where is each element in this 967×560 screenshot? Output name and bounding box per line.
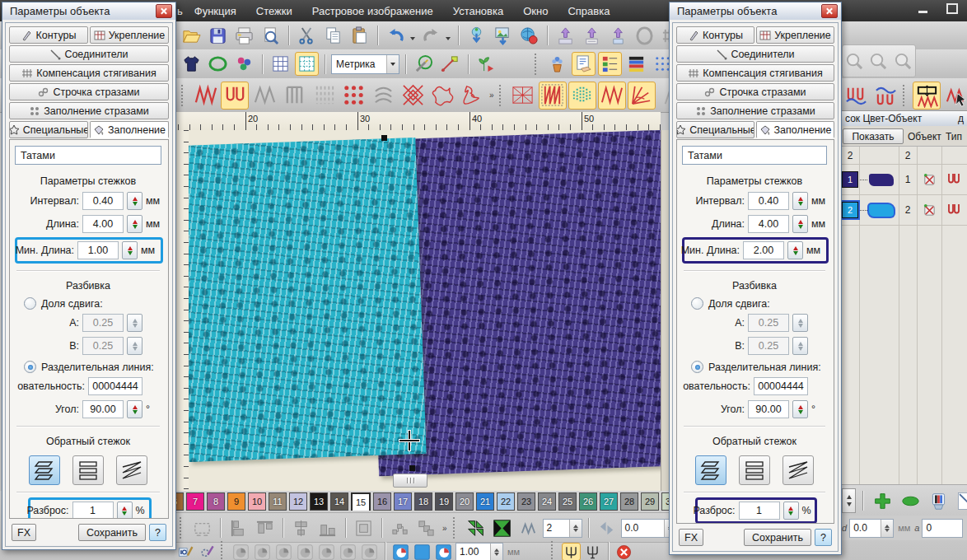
scatter-input[interactable]: 1 [72,502,114,519]
dotgrid-red-icon[interactable] [339,82,367,110]
orn1-red-icon[interactable] [428,82,456,110]
cursor-zig-icon[interactable] [942,82,967,110]
pie-gray-icon[interactable] [231,543,250,560]
thread-preview-2[interactable] [869,204,894,217]
tab-compensation[interactable]: Компенсация стягивания [676,64,834,82]
palette-swatch-20[interactable]: 20 [455,492,474,511]
dotted-rect-icon[interactable] [190,516,214,540]
palette-swatch-24[interactable]: 24 [538,492,556,511]
pie-gray-icon[interactable] [274,543,293,560]
pattern-dropdown[interactable]: Татами [15,146,161,165]
spinner[interactable] [490,544,502,560]
interval-input[interactable]: 0.40 [748,192,789,210]
fx-button[interactable]: FX [12,524,36,541]
spinner[interactable] [122,241,138,259]
hoop-green-icon[interactable] [206,52,230,76]
canvas-scrollbar-thumb[interactable] [393,474,427,488]
export-3-icon[interactable] [606,24,630,48]
copy-icon[interactable] [321,24,345,48]
al-steps-icon[interactable] [414,516,438,540]
tab-reinforce[interactable]: Укрепление [756,26,834,44]
zig-sm-icon[interactable] [516,516,540,540]
toolbar-overflow-icon[interactable]: » [489,91,494,100]
palette-swatch-12[interactable]: 12 [289,492,307,511]
palette-swatch-25[interactable]: 25 [558,492,577,511]
save-button[interactable]: Сохранить [78,524,146,541]
al-nodes-icon[interactable] [388,516,412,540]
save-button[interactable]: Сохранить [744,529,811,546]
backstitch-offset-button[interactable] [29,455,60,485]
dialog-titlebar[interactable]: Параметры объекта [670,2,841,20]
length-input[interactable]: 4.00 [748,215,789,233]
distance-input[interactable]: 0.0 [849,519,894,538]
color-swatch-1[interactable]: 1 [842,171,858,188]
al-bottom-icon[interactable] [315,516,339,540]
palette-swatch-23[interactable]: 23 [517,492,535,511]
interval-input[interactable]: 0.40 [82,192,124,210]
palette-swatch-26[interactable]: 26 [579,492,597,511]
gridx-red-icon[interactable] [509,82,537,110]
shirt-icon[interactable] [180,52,203,76]
paste-icon[interactable] [348,24,371,48]
tab-rhinestone-run[interactable]: Строчка стразами [676,83,834,100]
palette-swatch-28[interactable]: 28 [620,492,638,511]
selection-handle[interactable] [381,135,387,141]
chevron-down-icon[interactable] [386,55,399,73]
rays-red-icon[interactable] [628,82,656,110]
scatter-input[interactable]: 1 [739,502,780,520]
tab-connectors[interactable]: Соединители [9,45,169,63]
toolbar-grip[interactable] [180,517,185,539]
undo-icon[interactable] [384,24,408,48]
spinner[interactable] [881,520,893,537]
close-icon[interactable] [821,4,838,18]
sequence-input[interactable]: 00004444 [88,377,142,395]
green-k-icon[interactable] [490,516,514,540]
al-center-icon[interactable] [289,516,313,540]
thread-preview-1[interactable] [869,174,894,186]
uloop-red-icon[interactable] [221,82,249,110]
backstitch-straight-button[interactable] [72,455,104,485]
minus-green-icon[interactable] [898,488,923,513]
color-list-icon[interactable] [598,52,622,76]
palette-swatch-29[interactable]: 29 [641,492,659,511]
tab-rhinestone-fill[interactable]: Заполнение стразами [676,102,834,119]
menu-item-3[interactable]: Установка [453,5,503,17]
orn2-red-icon[interactable] [458,82,486,110]
gear-pencil-icon[interactable] [198,543,217,560]
color-object-row-2[interactable]: 2 2 [841,195,967,226]
spinner[interactable] [792,192,808,210]
import-machine-icon[interactable] [465,24,488,48]
vbars-gray-icon[interactable] [280,82,308,110]
vzig-red-icon[interactable] [539,82,567,110]
tab-compensation[interactable]: Компенсация стягивания [9,64,169,82]
show-button[interactable]: Показать [843,128,904,144]
angle-input[interactable]: 0 [922,519,963,538]
zoom-fit-icon[interactable] [891,49,915,73]
wzig2-red-icon[interactable] [598,82,626,110]
beads-icon[interactable] [232,52,256,76]
tab-contours[interactable]: Контуры [9,26,88,44]
print-icon[interactable] [232,24,256,48]
tri-pair-icon[interactable] [595,516,619,540]
fx-button[interactable]: FX [679,529,703,546]
help-button[interactable]: ? [815,529,832,546]
blue-plain-icon[interactable] [413,543,432,560]
save-icon[interactable] [206,24,230,48]
tab-reinforce[interactable]: Укрепление [90,26,169,44]
al-left-icon[interactable] [227,516,250,540]
spinner[interactable] [792,215,808,233]
divider-line-radio[interactable] [24,361,36,373]
fork-icon[interactable] [583,543,602,560]
open-folder-icon[interactable] [180,24,203,48]
al-top-icon[interactable] [253,516,277,540]
toolbar-grip[interactable] [181,85,186,106]
pie-gray-icon[interactable] [253,543,272,560]
palette-swatch-7[interactable]: 7 [186,492,204,511]
palette-swatch-22[interactable]: 22 [497,492,515,511]
palette-swatch-8[interactable]: 8 [207,492,225,511]
import-image-icon[interactable] [491,24,515,48]
tab-connectors[interactable]: Соединители [676,45,834,63]
hatch-gray-icon[interactable] [310,82,338,110]
menu-item-2[interactable]: Растровое изображение [312,5,433,17]
cut-icon[interactable] [295,24,319,48]
